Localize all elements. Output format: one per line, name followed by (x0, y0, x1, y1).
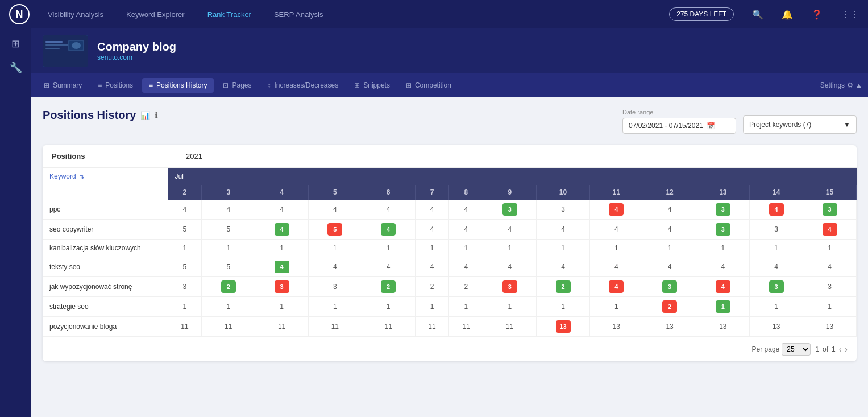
value-cell: 3 (308, 277, 362, 297)
help-icon[interactable]: ❓ (811, 9, 823, 20)
value-cell: 4 (537, 257, 590, 277)
dropdown-chevron-icon: ▼ (844, 121, 850, 129)
subnav-summary[interactable]: ⊞ Summary (37, 78, 89, 93)
keyword-cell[interactable]: ppc (43, 200, 168, 220)
page-navigation: 1 of 1 ‹ › (815, 345, 848, 354)
value-cell: 1 (308, 240, 362, 257)
keyword-cell[interactable]: kanibalizacja słów kluczowych (43, 240, 168, 257)
value-cell: 5 (202, 220, 255, 240)
keyword-cell[interactable]: teksty seo (43, 257, 168, 277)
subnav-increases-decreases[interactable]: ↕ Increases/Decreases (260, 78, 345, 93)
logo-icon[interactable]: N (9, 4, 30, 24)
value-cell: 1 (537, 297, 590, 317)
project-name: Company blog (97, 40, 176, 53)
title-export-icon[interactable]: 📊 (140, 111, 150, 120)
apps-icon[interactable]: ⋮⋮ (841, 9, 859, 20)
date-14: 14 (750, 185, 803, 200)
value-cell: 1 (415, 297, 449, 317)
improved-badge: 2 (381, 280, 396, 293)
keyword-cell[interactable]: jak wypozycjonować stronę (43, 277, 168, 297)
positions-history-table: Keyword ⇅ Jul 2 3 4 5 6 7 (43, 168, 857, 337)
value-cell: 2 (449, 277, 483, 297)
value-cell: 13 (643, 317, 696, 337)
improved-badge: 3 (823, 203, 837, 216)
per-page-dropdown[interactable]: 25 50 100 (782, 343, 811, 356)
value-cell: 4 (589, 200, 643, 220)
value-cell: 1 (537, 240, 590, 257)
value-cell: 5 (168, 220, 202, 240)
value-cell: 2 (362, 277, 415, 297)
project-info: Company blog senuto.com (97, 40, 176, 61)
value-cell: 4 (308, 257, 362, 277)
value-cell: 4 (255, 257, 309, 277)
keywords-dropdown[interactable]: Project keywords (7) ▼ (743, 115, 857, 134)
value-cell: 13 (750, 317, 803, 337)
value-cell: 1 (589, 297, 643, 317)
positions-label: Positions (52, 152, 177, 160)
settings-collapse-icon: ▲ (855, 81, 862, 89)
value-cell: 3 (696, 220, 750, 240)
subnav-positions-history[interactable]: ≡ Positions History (142, 78, 214, 93)
svg-point-6 (72, 42, 81, 49)
left-sidebar: ⊞ 🔧 (0, 28, 31, 417)
declined-badge: 5 (327, 223, 342, 236)
nav-keyword-explorer[interactable]: Keyword Explorer (122, 8, 189, 21)
table-row: strategie seo11111111112111 (43, 297, 857, 317)
positions-history-table-card: Positions 2021 Keyword ⇅ Jul (43, 145, 857, 361)
keyword-cell[interactable]: pozycjonowanie bloga (43, 317, 168, 337)
value-cell: 3 (483, 277, 537, 297)
sidebar-tools-icon[interactable]: 🔧 (10, 61, 22, 74)
value-cell: 1 (803, 240, 857, 257)
keyword-cell[interactable]: seo copywriter (43, 220, 168, 240)
value-cell: 4 (803, 220, 857, 240)
table-row: teksty seo55444444444444 (43, 257, 857, 277)
value-cell: 1 (750, 297, 803, 317)
notification-icon[interactable]: 🔔 (782, 9, 793, 20)
date-9: 9 (483, 185, 537, 200)
settings-button[interactable]: Settings ⚙ ▲ (820, 81, 862, 89)
value-cell: 4 (483, 257, 537, 277)
search-icon[interactable]: 🔍 (752, 9, 763, 20)
declined-badge: 4 (823, 223, 837, 236)
prev-page-button[interactable]: ‹ (839, 345, 842, 354)
table-row: pozycjonowanie bloga11111111111111111313… (43, 317, 857, 337)
value-cell: 5 (168, 257, 202, 277)
sub-navigation: ⊞ Summary ≡ Positions ≡ Positions Histor… (31, 73, 868, 97)
page-title: Positions History 📊 ℹ (43, 109, 157, 122)
keyword-cell[interactable]: strategie seo (43, 297, 168, 317)
table-row: kanibalizacja słów kluczowych11111111111… (43, 240, 857, 257)
value-cell: 4 (449, 257, 483, 277)
value-cell: 1 (362, 297, 415, 317)
subnav-snippets[interactable]: ⊞ Snippets (347, 78, 397, 93)
value-cell: 2 (643, 297, 696, 317)
value-cell: 2 (537, 277, 590, 297)
value-cell: 4 (643, 220, 696, 240)
value-cell: 13 (537, 317, 590, 337)
project-url[interactable]: senuto.com (97, 53, 176, 61)
subnav-competition[interactable]: ⊞ Competition (399, 78, 458, 93)
value-cell: 1 (696, 297, 750, 317)
sidebar-dashboard-icon[interactable]: ⊞ (11, 38, 20, 50)
value-cell: 3 (643, 277, 696, 297)
value-cell: 4 (750, 200, 803, 220)
nav-rank-tracker[interactable]: Rank Tracker (203, 8, 256, 21)
date-range-input[interactable]: 07/02/2021 - 07/15/2021 📅 (622, 118, 736, 134)
date-range-control: Date range 07/02/2021 - 07/15/2021 📅 (622, 109, 736, 134)
value-cell: 11 (255, 317, 309, 337)
next-page-button[interactable]: › (845, 345, 848, 354)
days-left-badge[interactable]: 275 DAYS LEFT (669, 7, 734, 21)
keyword-col-header[interactable]: Keyword ⇅ (43, 168, 168, 185)
value-cell: 11 (308, 317, 362, 337)
value-cell: 4 (168, 200, 202, 220)
nav-serp-analysis[interactable]: SERP Analysis (269, 8, 327, 21)
subnav-pages[interactable]: ⊡ Pages (216, 78, 258, 93)
value-cell: 4 (449, 200, 483, 220)
improved-badge: 3 (716, 203, 730, 216)
title-info-icon[interactable]: ℹ (155, 111, 157, 120)
project-header: Company blog senuto.com (31, 28, 868, 73)
declined-badge: 3 (275, 280, 289, 293)
improved-badge: 2 (221, 280, 236, 293)
value-cell: 1 (168, 297, 202, 317)
subnav-positions[interactable]: ≡ Positions (91, 78, 140, 93)
nav-visibility-analysis[interactable]: Visibility Analysis (43, 8, 108, 21)
